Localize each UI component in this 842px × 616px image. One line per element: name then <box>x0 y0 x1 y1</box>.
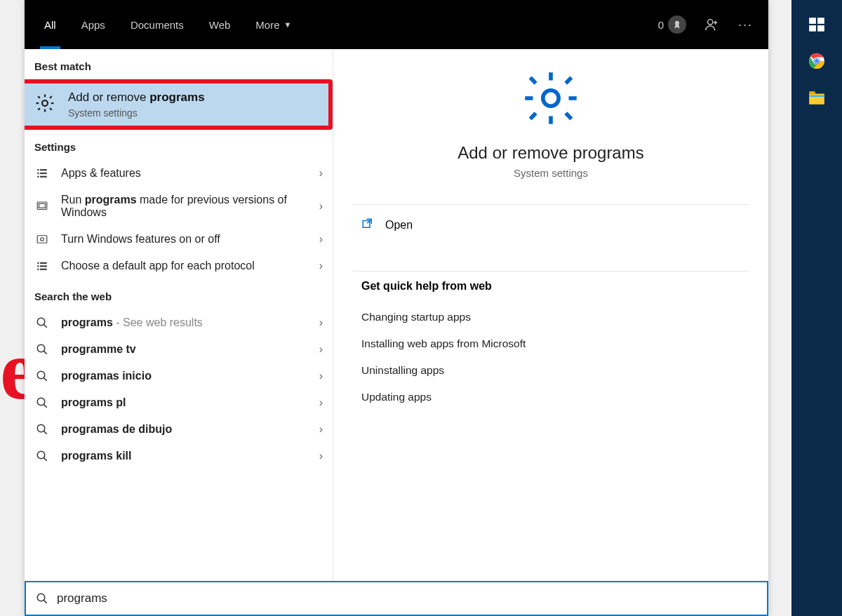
svg-rect-29 <box>817 18 824 24</box>
result-text: Run programs made for previous versions … <box>61 194 308 219</box>
help-link[interactable]: Uninstalling apps <box>361 357 740 384</box>
settings-result[interactable]: Run programs made for previous versions … <box>25 187 333 226</box>
svg-rect-18 <box>40 269 47 270</box>
help-block: Get quick help from web Changing startup… <box>333 272 768 419</box>
result-text: Turn Windows features on or off <box>61 233 308 246</box>
search-box[interactable] <box>25 581 768 616</box>
search-icon <box>34 343 50 356</box>
search-input[interactable] <box>57 591 757 605</box>
result-text: programs - See web results <box>61 316 308 329</box>
best-match-subtitle: System settings <box>68 107 205 119</box>
chevron-right-icon: › <box>319 200 323 213</box>
web-search-result[interactable]: programas inicio› <box>25 363 333 389</box>
svg-rect-17 <box>37 269 39 270</box>
topbar-right: 0 ··· <box>658 15 761 34</box>
chevron-right-icon: › <box>319 343 323 356</box>
svg-rect-15 <box>37 265 39 267</box>
chevron-right-icon: › <box>319 450 323 462</box>
search-icon <box>34 450 50 462</box>
svg-rect-31 <box>817 25 824 32</box>
svg-point-1 <box>708 20 713 25</box>
svg-point-24 <box>37 451 45 459</box>
chevron-right-icon: › <box>319 396 323 409</box>
settings-item-icon <box>34 200 50 213</box>
section-settings: Settings <box>25 130 333 160</box>
search-icon <box>34 316 50 329</box>
rewards-points[interactable]: 0 <box>658 15 686 34</box>
best-match-result[interactable]: Add or remove programs System settings <box>25 79 333 130</box>
open-icon <box>361 217 374 233</box>
result-text: Apps & features <box>61 167 308 180</box>
svg-rect-16 <box>40 265 47 267</box>
gear-icon <box>34 93 55 116</box>
svg-rect-38 <box>809 95 824 97</box>
tab-documents[interactable]: Documents <box>118 0 196 49</box>
result-text: programas inicio <box>61 370 308 382</box>
detail-title: Add or remove programs <box>333 143 768 163</box>
gear-icon <box>521 118 580 130</box>
settings-item-icon <box>34 260 50 272</box>
svg-rect-8 <box>40 176 47 178</box>
svg-point-2 <box>42 100 48 106</box>
best-match-title: Add or remove programs <box>68 91 205 105</box>
tab-more[interactable]: More ▼ <box>243 0 304 49</box>
chevron-right-icon: › <box>319 260 323 272</box>
result-text: programs kill <box>61 450 308 462</box>
help-title: Get quick help from web <box>361 280 740 293</box>
search-topbar: All Apps Documents Web More ▼ 0 ··· <box>25 0 768 49</box>
svg-point-20 <box>37 344 45 352</box>
more-options-icon[interactable]: ··· <box>738 18 753 32</box>
settings-result[interactable]: Choose a default app for each protocol› <box>25 253 333 279</box>
search-body: Best match Add or remove programs System… <box>25 49 768 616</box>
open-label: Open <box>385 219 413 232</box>
search-icon <box>34 423 50 436</box>
settings-result[interactable]: Apps & features› <box>25 160 333 187</box>
windows-start-icon[interactable] <box>806 14 827 35</box>
web-search-result[interactable]: programs pl› <box>25 389 333 416</box>
web-search-result[interactable]: programs kill› <box>25 443 333 469</box>
search-icon <box>34 396 50 409</box>
help-link[interactable]: Installing web apps from Microsoft <box>361 330 740 357</box>
tab-more-label: More <box>255 19 279 31</box>
svg-rect-3 <box>37 169 39 170</box>
svg-point-22 <box>37 398 45 406</box>
chevron-right-icon: › <box>319 370 323 382</box>
section-search-web: Search the web <box>25 279 333 309</box>
svg-rect-5 <box>37 173 39 174</box>
account-icon[interactable] <box>704 17 720 32</box>
svg-point-23 <box>37 424 45 432</box>
file-explorer-icon[interactable] <box>806 87 827 108</box>
chevron-right-icon: › <box>319 167 323 180</box>
web-search-result[interactable]: programme tv› <box>25 336 333 363</box>
chevron-right-icon: › <box>319 233 323 246</box>
settings-item-icon <box>34 233 50 246</box>
help-link[interactable]: Changing startup apps <box>361 304 740 330</box>
result-text: Choose a default app for each protocol <box>61 260 308 272</box>
taskbar <box>791 0 842 616</box>
result-text: programas de dibujo <box>61 423 308 436</box>
web-search-result[interactable]: programas de dibujo› <box>25 416 333 443</box>
help-link[interactable]: Updating apps <box>361 384 740 410</box>
tab-web[interactable]: Web <box>196 0 243 49</box>
settings-item-icon <box>34 167 50 180</box>
chrome-icon[interactable] <box>806 51 827 72</box>
svg-point-0 <box>675 21 679 25</box>
medal-icon <box>668 15 686 34</box>
svg-rect-14 <box>40 262 47 264</box>
web-search-result[interactable]: programs - See web results› <box>25 309 333 336</box>
open-action[interactable]: Open <box>353 205 749 246</box>
results-column: Best match Add or remove programs System… <box>25 49 333 616</box>
svg-point-12 <box>41 238 44 241</box>
tab-apps[interactable]: Apps <box>69 0 118 49</box>
svg-rect-4 <box>40 169 47 170</box>
settings-result[interactable]: Turn Windows features on or off› <box>25 226 333 253</box>
svg-rect-28 <box>809 18 816 24</box>
svg-rect-6 <box>40 173 47 174</box>
search-panel: All Apps Documents Web More ▼ 0 ··· <box>25 0 768 616</box>
tab-all[interactable]: All <box>32 0 69 49</box>
svg-rect-30 <box>809 25 816 32</box>
result-text: programs pl <box>61 396 308 409</box>
svg-rect-7 <box>37 176 39 178</box>
chevron-right-icon: › <box>319 316 323 329</box>
detail-subtitle: System settings <box>333 167 768 179</box>
